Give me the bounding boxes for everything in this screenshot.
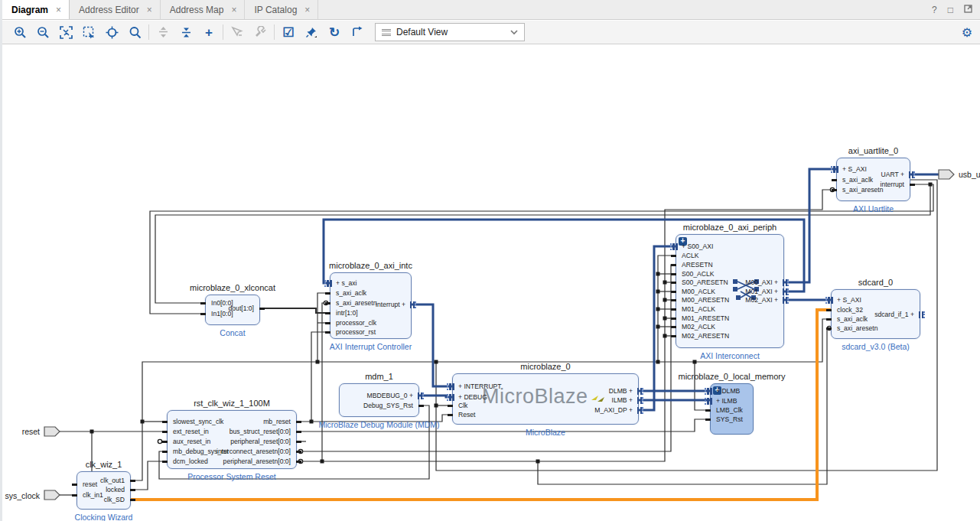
block-microblaze_0[interactable]: microblaze_0MicroBlazeMicroBlaze+ INTERR… xyxy=(452,373,639,425)
zoom-to-selection-icon[interactable] xyxy=(77,23,100,41)
pin-icon[interactable] xyxy=(826,318,832,321)
pin-icon[interactable] xyxy=(72,484,77,486)
port-sdcard_0-s_axi_aclk[interactable]: s_axi_aclk xyxy=(837,315,868,324)
port-mdm_1-Debug_SYS_Rst[interactable]: Debug_SYS_Rst xyxy=(363,402,413,410)
port-rst_clk_wiz_1_100M-peripheral_aresetn[0:0][interactable]: peripheral_aresetn[0:0] xyxy=(223,458,291,466)
pin-icon[interactable] xyxy=(705,418,711,421)
port-microblaze_0_axi_periph-ACLK[interactable]: ACLK xyxy=(682,252,698,260)
settings-gear-icon[interactable]: ⚙ xyxy=(962,25,972,40)
pin-icon[interactable] xyxy=(325,312,330,314)
wire-dout-intr[interactable] xyxy=(260,308,330,313)
interface-pin-icon[interactable] xyxy=(637,407,640,414)
port-microblaze_0_local_memory-LMB_Clk[interactable]: LMB_Clk xyxy=(716,406,743,415)
expand-hierarchy-icon[interactable] xyxy=(174,23,197,41)
block-microblaze_0_local_memory[interactable]: microblaze_0_local_memory++ DLMB+ ILMBLM… xyxy=(710,383,754,435)
close-icon[interactable]: × xyxy=(304,5,310,15)
pin-icon[interactable] xyxy=(130,480,135,482)
pin-icon[interactable] xyxy=(325,292,330,295)
customize-block-icon[interactable] xyxy=(249,23,272,41)
validate-design-icon[interactable]: ☑ xyxy=(277,23,300,41)
port-microblaze_0_axi_periph-M01_ACLK[interactable]: M01_ACLK xyxy=(682,305,715,314)
port-clk_wiz_1-clk_SD[interactable]: clk_SD xyxy=(104,496,125,504)
float-window-icon[interactable]: □ xyxy=(948,5,953,15)
pin-icon[interactable] xyxy=(296,421,301,423)
interface-pin-icon[interactable] xyxy=(330,280,332,287)
interface-pin-icon[interactable] xyxy=(783,288,785,295)
block-sdcard_0[interactable]: sdcard_0sdcard_v3.0 (Beta)+ S_AXIclock_3… xyxy=(831,289,920,339)
interface-pin-icon[interactable] xyxy=(783,279,785,286)
port-clk_wiz_1-locked[interactable]: locked xyxy=(106,486,125,494)
port-microblaze_0_axi_periph-M00_ACLK[interactable]: M00_ACLK xyxy=(682,288,715,296)
port-microblaze_0-ILMB[interactable]: ILMB + xyxy=(612,396,633,405)
pin-icon[interactable] xyxy=(296,461,301,463)
port-microblaze_0_axi_periph-M00_ARESETN[interactable]: M00_ARESETN xyxy=(682,296,729,304)
wire-aresetn-intc[interactable] xyxy=(322,303,330,461)
port-microblaze_0_axi_intc-intr[1:0][interactable]: intr[1:0] xyxy=(336,309,358,317)
port-microblaze_0_axi_periph-ARESETN[interactable]: ARESETN xyxy=(682,261,713,269)
block-axi_uartlite_0[interactable]: axi_uartlite_0AXI Uartlite+ S_AXIs_axi_a… xyxy=(836,158,910,201)
block-microblaze_0_xlconcat[interactable]: microblaze_0_xlconcatConcatIn0[0:0]In1[0… xyxy=(205,295,260,325)
port-microblaze_0_axi_intc-interrupt[interactable]: interrupt + xyxy=(376,301,405,309)
port-rst_clk_wiz_1_100M-peripheral_reset[0:0][interactable]: peripheral_reset[0:0] xyxy=(230,438,291,446)
tab-address-map[interactable]: Address Map × xyxy=(161,0,246,19)
port-microblaze_0_axi_periph-M02_AXI[interactable]: M02_AXI + xyxy=(745,296,778,304)
port-rst_clk_wiz_1_100M-bus_struct_reset[0:0][interactable]: bus_struct_reset[0:0] xyxy=(230,428,291,436)
pin-icon[interactable] xyxy=(325,322,330,324)
port-microblaze_0_local_memory-SYS_Rst[interactable]: SYS_Rst xyxy=(716,415,743,424)
block-microblaze_0_axi_periph[interactable]: microblaze_0_axi_periphAXI Interconnect+… xyxy=(676,234,784,348)
pin-icon[interactable] xyxy=(448,414,453,416)
wire-lmb-clk[interactable] xyxy=(695,362,710,410)
pin-icon[interactable] xyxy=(300,23,323,41)
port-clk_wiz_1-reset[interactable]: reset xyxy=(83,480,97,489)
port-microblaze_0-DEBUG[interactable]: + DEBUG xyxy=(458,393,487,402)
block-microblaze_0_axi_intc[interactable]: microblaze_0_axi_intcAXI Interrupt Contr… xyxy=(330,272,412,339)
interface-pin-icon[interactable] xyxy=(831,297,833,304)
pin-icon[interactable] xyxy=(200,313,206,315)
pin-icon[interactable] xyxy=(130,489,135,491)
pin-icon[interactable] xyxy=(325,331,330,334)
port-mdm_1-MBDEBUG_0[interactable]: MBDEBUG_0 + xyxy=(367,392,413,400)
block-mdm_1[interactable]: mdm_1MicroBlaze Debug Module (MDM)MBDEBU… xyxy=(339,383,419,417)
pin-icon[interactable] xyxy=(671,308,676,311)
port-clk_wiz_1-clk_out1[interactable]: clk_out1 xyxy=(100,477,125,485)
port-microblaze_0_local_memory-ILMB[interactable]: + ILMB xyxy=(716,397,737,405)
interface-pin-icon[interactable] xyxy=(410,301,412,308)
pin-icon[interactable] xyxy=(671,326,676,328)
port-clk_wiz_1-clk_in1[interactable]: clk_in1 xyxy=(83,491,103,500)
zoom-in-icon[interactable] xyxy=(8,23,31,41)
pin-icon[interactable] xyxy=(200,302,206,304)
diagram-canvas[interactable]: reset sys_clock usb_uart axi_uartlite_0A… xyxy=(2,44,980,521)
help-icon[interactable]: ? xyxy=(932,5,937,15)
close-icon[interactable]: × xyxy=(147,5,152,15)
pin-icon[interactable] xyxy=(130,499,135,501)
port-sdcard_0-sdcard_if_1[interactable]: sdcard_if_1 + xyxy=(874,311,914,319)
interface-pin-icon[interactable] xyxy=(637,397,640,404)
pin-icon[interactable] xyxy=(671,273,676,275)
close-icon[interactable]: × xyxy=(231,5,236,15)
interface-pin-icon[interactable] xyxy=(710,388,712,395)
interface-pin-icon[interactable] xyxy=(676,243,678,250)
port-sdcard_0-S_AXI[interactable]: + S_AXI xyxy=(837,296,861,304)
pin-icon[interactable] xyxy=(259,308,265,310)
tab-address-editor[interactable]: Address Editor × xyxy=(70,0,161,19)
port-microblaze_0-Clk[interactable]: Clk xyxy=(458,402,467,410)
pin-icon[interactable] xyxy=(162,431,168,433)
port-rst_clk_wiz_1_100M-ext_reset_in[interactable]: ext_reset_in xyxy=(173,428,209,436)
port-axi_uartlite_0-UART[interactable]: UART + xyxy=(881,171,905,179)
interface-pin-icon[interactable] xyxy=(452,383,454,390)
port-rst_clk_wiz_1_100M-mb_reset[interactable]: mb_reset xyxy=(263,418,291,426)
port-microblaze_0-DLMB[interactable]: DLMB + xyxy=(609,387,633,396)
port-microblaze_0_axi_intc-processor_clk[interactable]: processor_clk xyxy=(336,319,376,327)
pin-icon[interactable] xyxy=(826,327,832,330)
pin-icon[interactable] xyxy=(826,309,832,311)
pin-icon[interactable] xyxy=(325,302,330,304)
pin-icon[interactable] xyxy=(671,291,676,293)
port-rst_clk_wiz_1_100M-aux_reset_in[interactable]: aux_reset_in xyxy=(173,438,210,446)
port-microblaze_0_axi_periph-M01_AXI[interactable]: M01_AXI + xyxy=(745,288,778,296)
tab-ip-catalog[interactable]: IP Catalog × xyxy=(245,0,318,19)
interface-pin-icon[interactable] xyxy=(836,166,838,173)
pin-icon[interactable] xyxy=(671,335,676,337)
center-view-icon[interactable] xyxy=(100,23,123,41)
pin-icon[interactable] xyxy=(671,282,676,284)
bus-maxi-dp[interactable] xyxy=(639,246,676,410)
